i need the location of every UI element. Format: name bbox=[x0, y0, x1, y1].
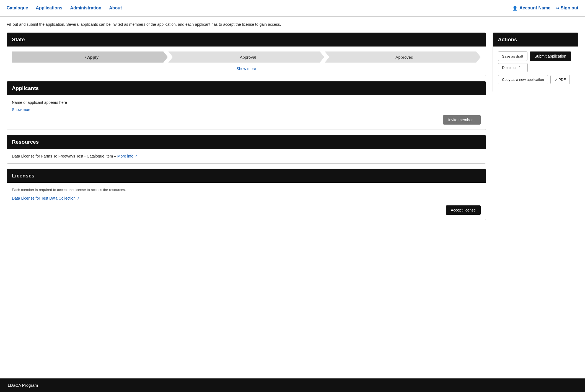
side-column: Actions Save as draft Submit application… bbox=[493, 32, 578, 92]
state-show-more[interactable]: Show more bbox=[12, 66, 481, 71]
licenses-body: Each member is required to accept the li… bbox=[7, 183, 486, 220]
save-draft-button[interactable]: Save as draft bbox=[498, 51, 527, 61]
sign-out-button[interactable]: Sign out bbox=[555, 6, 578, 11]
accept-license-button[interactable]: Accept license bbox=[446, 205, 481, 215]
footer: LDaCA Program bbox=[0, 378, 585, 392]
state-card: State Apply Approval Approved bbox=[7, 32, 486, 76]
license-link-row: Data License for Test Data Collection bbox=[12, 196, 481, 205]
external-icon bbox=[134, 154, 138, 158]
applicants-card: Applicants Name of applicant appears her… bbox=[7, 81, 486, 130]
applicants-header: Applicants bbox=[7, 81, 486, 95]
state-stepper: Apply Approval Approved bbox=[12, 51, 481, 63]
licenses-card: Licenses Each member is required to acce… bbox=[7, 169, 486, 220]
nav-applications[interactable]: Applications bbox=[36, 6, 62, 11]
actions-row-1: Save as draft Submit application Delete … bbox=[498, 51, 573, 72]
invite-btn-row: Invite member... bbox=[12, 115, 481, 125]
pdf-button[interactable]: PDF bbox=[550, 75, 570, 84]
applicant-name: Name of applicant appears here bbox=[12, 100, 481, 105]
accept-btn-row: Accept license bbox=[12, 205, 481, 215]
nav-catalogue[interactable]: Catalogue bbox=[7, 6, 28, 11]
content-layout: State Apply Approval Approved bbox=[7, 32, 578, 220]
licenses-header: Licenses bbox=[7, 169, 486, 183]
copy-application-button[interactable]: Copy as a new application bbox=[498, 75, 548, 84]
license-link[interactable]: Data License for Test Data Collection bbox=[12, 196, 80, 200]
actions-row-2: Copy as a new application PDF bbox=[498, 75, 573, 84]
resources-body: Data License for Farms To Freeways Test … bbox=[7, 149, 486, 163]
resource-text: Data License for Farms To Freeways Test … bbox=[12, 154, 481, 158]
step-approval: Approval bbox=[168, 51, 324, 63]
applicants-show-more[interactable]: Show more bbox=[12, 107, 481, 112]
page-container: Fill out and submit the application. Sev… bbox=[0, 17, 585, 378]
nav-about[interactable]: About bbox=[109, 6, 122, 11]
actions-body: Save as draft Submit application Delete … bbox=[493, 47, 578, 92]
delete-draft-button[interactable]: Delete draft... bbox=[498, 63, 528, 72]
applicants-body: Name of applicant appears here Show more… bbox=[7, 95, 486, 130]
resources-header: Resources bbox=[7, 135, 486, 149]
step-approved: Approved bbox=[325, 51, 481, 63]
more-info-link[interactable]: More info bbox=[117, 154, 138, 158]
resources-card: Resources Data License for Farms To Free… bbox=[7, 135, 486, 164]
state-body: Apply Approval Approved Show more bbox=[7, 47, 486, 76]
nav-links: Catalogue Applications Administration Ab… bbox=[7, 6, 122, 11]
account-name: Account Name bbox=[512, 6, 550, 11]
chevron-icon bbox=[84, 54, 87, 60]
navigation: Catalogue Applications Administration Ab… bbox=[0, 0, 585, 17]
actions-header: Actions bbox=[493, 33, 578, 47]
footer-label: LDaCA Program bbox=[8, 383, 38, 388]
invite-member-button[interactable]: Invite member... bbox=[443, 115, 481, 125]
license-note: Each member is required to accept the li… bbox=[12, 188, 481, 192]
user-icon bbox=[512, 6, 518, 11]
license-external-icon bbox=[77, 196, 80, 200]
nav-user-area: Account Name Sign out bbox=[512, 6, 578, 11]
external-icon-pdf bbox=[555, 78, 558, 82]
step-apply: Apply bbox=[12, 51, 168, 63]
actions-card: Actions Save as draft Submit application… bbox=[493, 32, 578, 92]
submit-application-button[interactable]: Submit application bbox=[530, 51, 571, 61]
signout-icon bbox=[555, 6, 559, 11]
state-header: State bbox=[7, 33, 486, 47]
main-column: State Apply Approval Approved bbox=[7, 32, 486, 220]
page-description: Fill out and submit the application. Sev… bbox=[7, 22, 578, 27]
nav-administration[interactable]: Administration bbox=[70, 6, 101, 11]
